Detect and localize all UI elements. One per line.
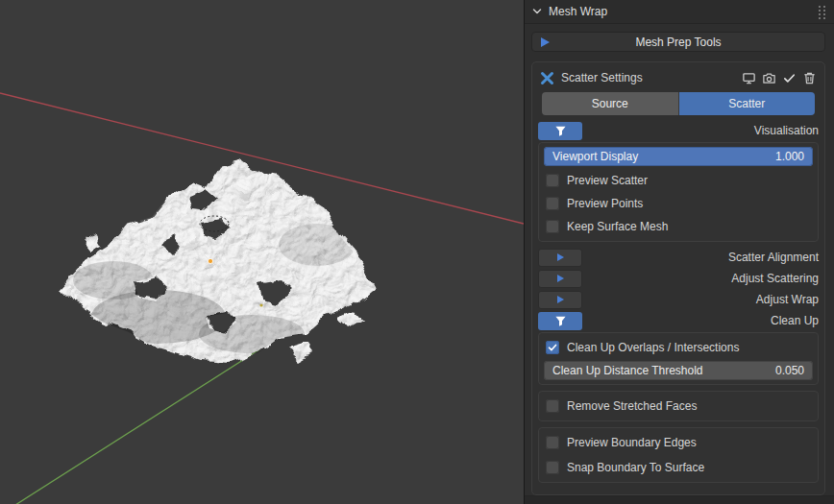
vertex-marker xyxy=(259,303,262,306)
clean-up-section-row: Clean Up xyxy=(538,311,819,330)
remove-stretched-row: Remove Stretched Faces xyxy=(544,396,813,417)
mesh-prep-tools-label: Mesh Prep Tools xyxy=(635,36,721,49)
panel-header-mesh-wrap[interactable]: Mesh Wrap xyxy=(525,0,834,24)
viewport-display-label: Viewport Display xyxy=(552,150,638,163)
blender-window: Mesh Wrap Mesh Prep Tools Scatter Settin… xyxy=(0,0,834,504)
adjust-scattering-row: Adjust Scattering xyxy=(538,269,819,288)
scatter-settings-header: Scatter Settings xyxy=(540,67,817,88)
play-icon xyxy=(541,37,550,47)
preview-points-label: Preview Points xyxy=(567,197,643,210)
adjust-wrap-button[interactable] xyxy=(538,291,582,309)
cleanup-overlaps-row: Clean Up Overlaps / Intersections xyxy=(544,337,813,358)
camera-icon[interactable] xyxy=(762,71,776,85)
preview-scatter-row: Preview Scatter xyxy=(544,170,813,191)
visualisation-section-row: Visualisation xyxy=(538,121,819,140)
snap-boundary-checkbox[interactable] xyxy=(546,461,559,474)
scatter-alignment-label: Scatter Alignment xyxy=(728,251,819,264)
preview-boundary-edges-checkbox[interactable] xyxy=(546,436,559,449)
preview-scatter-checkbox[interactable] xyxy=(546,174,559,187)
clean-up-group: Clean Up Overlaps / Intersections Clean … xyxy=(538,332,819,385)
keep-surface-mesh-row: Keep Surface Mesh xyxy=(544,216,813,237)
boundary-group: Preview Boundary Edges Snap Boundary To … xyxy=(538,427,819,483)
scatter-alignment-row: Scatter Alignment xyxy=(538,248,819,267)
panel-grip-handle[interactable] xyxy=(819,5,826,19)
visualisation-group: Viewport Display 1.000 Preview Scatter P… xyxy=(538,142,819,242)
cleanup-overlaps-checkbox[interactable] xyxy=(546,341,559,354)
preview-boundary-edges-row: Preview Boundary Edges xyxy=(544,432,813,453)
remove-stretched-group: Remove Stretched Faces xyxy=(538,391,819,421)
check-tick-icon xyxy=(548,343,557,352)
cleanup-distance-threshold-value: 0.050 xyxy=(775,364,804,377)
check-icon[interactable] xyxy=(782,71,797,85)
adjust-scattering-label: Adjust Scattering xyxy=(731,272,819,285)
mesh-prep-tools-button[interactable]: Mesh Prep Tools xyxy=(531,32,825,52)
snap-boundary-row: Snap Boundary To Surface xyxy=(544,457,813,478)
cleanup-overlaps-label: Clean Up Overlaps / Intersections xyxy=(567,341,739,354)
source-scatter-tabs: Source Scatter xyxy=(542,92,815,115)
play-icon xyxy=(557,296,564,303)
snap-boundary-label: Snap Boundary To Surface xyxy=(567,461,704,474)
visualisation-toggle-button[interactable] xyxy=(538,122,582,140)
preview-boundary-edges-label: Preview Boundary Edges xyxy=(567,436,697,449)
axis-y-green xyxy=(15,349,259,504)
funnel-icon xyxy=(554,125,567,137)
scatter-settings-icon xyxy=(540,71,554,85)
adjust-scattering-button[interactable] xyxy=(538,270,582,288)
clean-up-label: Clean Up xyxy=(771,314,819,327)
preview-scatter-label: Preview Scatter xyxy=(567,174,648,187)
viewport-display-slider[interactable]: Viewport Display 1.000 xyxy=(544,147,813,166)
tab-scatter[interactable]: Scatter xyxy=(679,92,816,115)
monitor-icon[interactable] xyxy=(742,71,756,85)
keep-surface-mesh-label: Keep Surface Mesh xyxy=(567,220,668,233)
panel-footer xyxy=(525,495,834,504)
panel-title: Mesh Wrap xyxy=(549,5,607,18)
clean-up-toggle-button[interactable] xyxy=(538,312,582,330)
preview-points-checkbox[interactable] xyxy=(546,197,559,210)
trash-icon[interactable] xyxy=(802,71,817,85)
tab-source[interactable]: Source xyxy=(542,92,679,115)
play-icon xyxy=(557,253,564,261)
funnel-icon xyxy=(554,315,567,327)
cleanup-distance-threshold-slider[interactable]: Clean Up Distance Threshold 0.050 xyxy=(544,361,813,380)
chevron-down-icon xyxy=(531,6,543,17)
sidebar-panel: Mesh Wrap Mesh Prep Tools Scatter Settin… xyxy=(524,0,834,504)
viewport-canvas[interactable] xyxy=(0,0,524,504)
viewport-3d[interactable] xyxy=(0,0,524,504)
scatter-settings-title: Scatter Settings xyxy=(561,71,643,84)
keep-surface-mesh-checkbox[interactable] xyxy=(546,220,559,233)
remove-stretched-checkbox[interactable] xyxy=(546,399,559,413)
adjust-wrap-label: Adjust Wrap xyxy=(756,293,819,306)
panel-body: Mesh Prep Tools Scatter Settings xyxy=(525,24,834,495)
viewport-display-value: 1.000 xyxy=(775,150,804,163)
visualisation-label: Visualisation xyxy=(754,124,819,137)
scatter-alignment-button[interactable] xyxy=(538,249,582,267)
preview-points-row: Preview Points xyxy=(544,193,813,214)
play-icon xyxy=(557,275,564,282)
remove-stretched-label: Remove Stretched Faces xyxy=(567,399,697,413)
cleanup-distance-threshold-label: Clean Up Distance Threshold xyxy=(552,364,703,377)
scatter-settings-actions xyxy=(742,71,817,85)
scatter-settings-box: Scatter Settings xyxy=(531,61,825,495)
adjust-wrap-row: Adjust Wrap xyxy=(538,290,819,309)
